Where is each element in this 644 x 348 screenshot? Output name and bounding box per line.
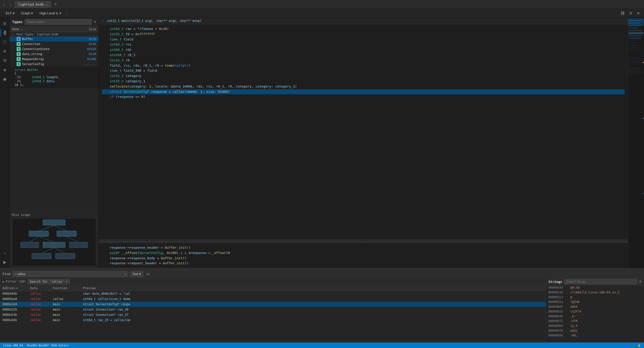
type-row-connectionstate[interactable]: S ConnectionState 0x428 bbox=[10, 47, 99, 52]
type-row-requestarray[interactable]: S RequestArray 0x388 bbox=[10, 57, 99, 62]
range-label: 0xa3b1-0xa3b7 (0x6 bytes) bbox=[27, 344, 69, 347]
result-preview: struct Connection* rax_26 bbox=[80, 307, 546, 312]
link-icon-button[interactable]: ⛓ bbox=[619, 11, 626, 16]
strings-title: Strings bbox=[548, 280, 562, 284]
graph-button[interactable]: Graph ▾ bbox=[18, 10, 36, 16]
hlil-label: High Level IL bbox=[39, 11, 59, 15]
text-type-label: Text bbox=[132, 272, 138, 276]
forward-button[interactable]: › bbox=[8, 2, 13, 7]
sidebar: Types ≡ Name ▴ Size ▾ User Types: lightt… bbox=[10, 18, 99, 268]
terminal-icon[interactable]: ▶ bbox=[1, 258, 9, 266]
toolbar-right: ⛓ ⎘ ≡ bbox=[619, 11, 641, 16]
string-row[interactable]: 00000034 @8\t@ bbox=[546, 285, 644, 290]
elf-button[interactable]: ELF ▾ bbox=[3, 10, 17, 16]
search-types-input[interactable] bbox=[25, 19, 92, 25]
code-scroll[interactable]: int64_t rax = *(fsbase + 0x28) int32_t f… bbox=[99, 24, 628, 239]
search-tag-label: Search for 'calloc' bbox=[30, 280, 64, 283]
string-row[interactable]: 00000238 /lib64/ld-linux-x86-64.so.2 bbox=[546, 290, 644, 295]
dashboard-icon[interactable]: ⊞ bbox=[1, 20, 9, 27]
string-row[interactable]: 00000816 \tJF)V bbox=[546, 309, 644, 314]
type-group-header[interactable]: ▾ User Types: lighttpd.bndb bbox=[10, 32, 99, 36]
svg-rect-37 bbox=[643, 62, 644, 63]
string-row[interactable]: 00000072 ~d?R bbox=[546, 319, 644, 324]
string-row[interactable]: 0000003b ,E-` bbox=[546, 314, 644, 319]
string-val: -D8, bbox=[570, 334, 641, 337]
connection-name: Connection bbox=[22, 42, 77, 46]
code-area-secondary[interactable]: response->response_header = buffer_init(… bbox=[99, 243, 628, 268]
patchwork-icon[interactable]: ◈ bbox=[1, 66, 9, 74]
elf-arrow: ▾ bbox=[13, 11, 15, 15]
string-row[interactable]: 00000976 w2$s bbox=[546, 328, 644, 333]
type-row-buffer[interactable]: B Buffer 0x10 bbox=[10, 36, 99, 41]
code2-line-4: response->request_header = buffer_init() bbox=[102, 261, 625, 266]
types-icon[interactable]: {} bbox=[1, 29, 9, 36]
copy-icon-button[interactable]: ⎘ bbox=[628, 11, 634, 16]
match-case-button[interactable]: Aa bbox=[144, 272, 152, 277]
type-row-serverconfig[interactable]: S ServerConfig ...... bbox=[10, 62, 99, 67]
add-tab-button[interactable]: + bbox=[53, 2, 59, 7]
find-input[interactable] bbox=[17, 272, 123, 276]
string-val: @ bbox=[570, 295, 641, 299]
back-button[interactable]: ‹ bbox=[2, 2, 6, 7]
code-line-5: int64_t rdx bbox=[102, 47, 625, 53]
search-tag-close-button[interactable]: × bbox=[66, 280, 67, 283]
struct-preview: struct Buffer { 00 int64_t length; 08 in… bbox=[10, 67, 99, 89]
string-val: ,E-` bbox=[570, 315, 641, 318]
strings-header: Strings ≡ bbox=[546, 278, 644, 285]
result-data: calloc bbox=[28, 312, 50, 317]
file-tab[interactable]: lighttpd.bndb × bbox=[15, 1, 51, 8]
text-type-button[interactable]: Text ▾ bbox=[130, 271, 143, 277]
requestarray-type-icon: S bbox=[17, 57, 21, 61]
results-hscrollbar[interactable] bbox=[0, 340, 546, 342]
bookmarks-icon[interactable]: ⊕ bbox=[1, 47, 9, 55]
string-addr: 000002c3 bbox=[548, 295, 567, 299]
result-row[interactable]: 0000a54b calloc main struct Connection* … bbox=[0, 312, 546, 318]
sidebar-menu-button[interactable]: ≡ bbox=[94, 20, 96, 24]
type-row-connection[interactable]: S Connection 0x18 bbox=[10, 41, 99, 47]
result-row[interactable]: 0000a56b calloc main int64_t rax_25 = ca… bbox=[0, 318, 546, 323]
result-row[interactable]: 0000484b calloc char data_484b[0x7] = "c… bbox=[0, 291, 546, 296]
svg-rect-31 bbox=[628, 64, 637, 64]
result-func: main bbox=[50, 318, 80, 323]
search-icon-side[interactable]: ⌕ bbox=[1, 249, 9, 257]
tags-icon[interactable]: ⬡ bbox=[1, 38, 9, 46]
code-line-4: int64_t rcx bbox=[102, 42, 625, 47]
search-strings-input[interactable] bbox=[564, 279, 637, 284]
string-addr: 0000032a bbox=[548, 300, 567, 304]
code2-line-1: response->response_header = buffer_init(… bbox=[102, 245, 625, 250]
result-preview: int64_t calloc(size_t nmem bbox=[80, 296, 546, 301]
result-preview: struct ServerConfig* respo bbox=[80, 302, 546, 307]
tab-close-button[interactable]: × bbox=[46, 3, 47, 6]
find-results: ▶ Filter (50) Search for 'calloc' × Addr… bbox=[0, 278, 546, 342]
mini-graph-canvas bbox=[12, 218, 96, 266]
svg-rect-25 bbox=[628, 48, 641, 48]
result-data: calloc bbox=[28, 318, 50, 323]
string-row[interactable]: 00000994 -D8, bbox=[546, 333, 644, 338]
results-table[interactable]: Address ▾ Data Function Preview 0000484b… bbox=[0, 285, 546, 340]
mini-graph-title: Mini Graph bbox=[12, 213, 96, 217]
result-row[interactable]: 0000a52b calloc main struct Connection* … bbox=[0, 307, 546, 312]
scanner-icon[interactable]: ◉ bbox=[1, 75, 9, 83]
mini-map-scroll[interactable] bbox=[628, 18, 644, 268]
find-clear-button[interactable]: × bbox=[124, 272, 126, 276]
debug-icon[interactable]: ⚙ bbox=[1, 57, 9, 64]
string-val: /lib64/ld-linux-x86-64.so.2 bbox=[570, 291, 641, 294]
status-right: 🔒 bbox=[637, 344, 641, 347]
menu-icon-button[interactable]: ≡ bbox=[636, 11, 641, 16]
string-row[interactable]: 0000096d Jy.F bbox=[546, 324, 644, 328]
type-row-datastring[interactable]: S data_string 0x48 bbox=[10, 52, 99, 57]
hlil-button[interactable]: High Level IL ▾ bbox=[37, 10, 64, 16]
string-row[interactable]: 000002c3 @ bbox=[546, 295, 644, 300]
result-row[interactable]: 0000a3a9 calloc main struct ServerConfig… bbox=[0, 302, 546, 307]
string-val: Jy.F bbox=[570, 324, 641, 328]
copy-icon: ⎘ bbox=[630, 11, 632, 15]
filter-arrow-icon[interactable]: ▶ bbox=[3, 280, 4, 283]
svg-rect-5 bbox=[69, 242, 88, 248]
string-row[interactable]: 0000032a (@Z%0 bbox=[546, 300, 644, 304]
string-row[interactable]: 00000807 Zmh4 bbox=[546, 304, 644, 309]
hlil-arrow: ▾ bbox=[60, 11, 61, 15]
result-row[interactable]: 00009ea0 calloc calloc int64_t calloc(si… bbox=[0, 296, 546, 302]
strings-list[interactable]: 00000034 @8\t@ 00000238 /lib64/ld-linux-… bbox=[546, 285, 644, 342]
strings-menu-button[interactable]: ≡ bbox=[639, 279, 641, 284]
type-selector: Text ▾ Aa bbox=[130, 271, 152, 277]
